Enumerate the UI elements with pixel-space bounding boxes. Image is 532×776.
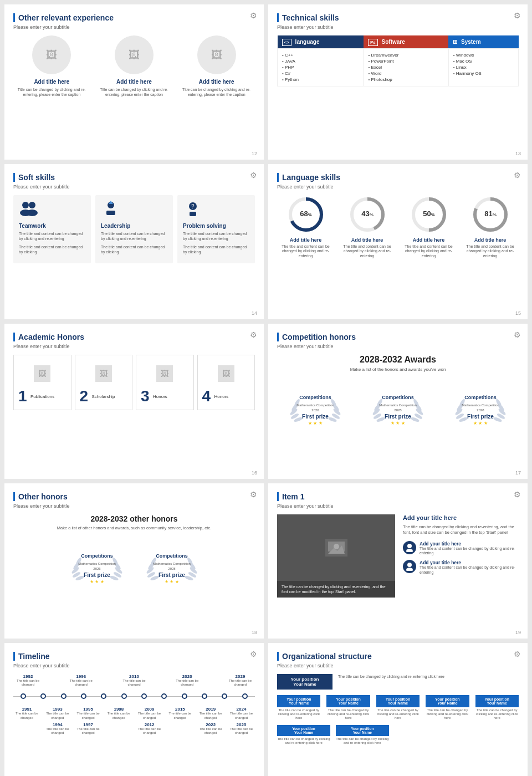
svg-text:★ ★ ★: ★ ★ ★ bbox=[473, 421, 487, 426]
tl-top-1: 1992 The title can be changed bbox=[16, 674, 40, 687]
tl-bot-7: 2019 The title can be changed 2022 The t… bbox=[198, 707, 223, 735]
honor-item-2: 🖼 2 Scholarship bbox=[75, 355, 133, 410]
experience-grid: 🖼 Add title here Title can be changed by… bbox=[13, 35, 255, 97]
lang-title-1[interactable]: Add title here bbox=[277, 237, 334, 243]
tl-bot-8: 2024 The title can be changed 2025 The t… bbox=[229, 707, 254, 735]
slide-title: Language skills bbox=[282, 173, 340, 182]
slide-number: 12 bbox=[252, 151, 257, 156]
slide-title: Soft skills bbox=[18, 173, 55, 182]
svg-text:First prize: First prize bbox=[467, 413, 494, 420]
language-circles: 68% Add title here The title and content… bbox=[277, 195, 519, 258]
tl-year: 2010 bbox=[122, 674, 147, 679]
slide-subtitle: Please enter your subtitle bbox=[13, 503, 255, 509]
gear-icon[interactable]: ⚙ bbox=[250, 11, 257, 20]
soft-skill-title[interactable]: Teamwork bbox=[19, 223, 85, 229]
svg-text:First prize: First prize bbox=[158, 572, 185, 578]
other-award-1: Competitions Mathematics Competition 202… bbox=[62, 538, 131, 588]
soft-skill-text2: The title and content can be changed by … bbox=[101, 244, 167, 254]
bot-desc-2: The title can be changed by clicking and… bbox=[336, 737, 389, 745]
gear-icon[interactable]: ⚙ bbox=[514, 490, 521, 499]
slide-header: Other honors bbox=[13, 492, 255, 501]
tl-bot-3: 1995 The title can be changed 1997 The t… bbox=[76, 707, 101, 735]
tl-year: 1993 bbox=[45, 707, 70, 712]
slide-header: Other relevant experience bbox=[13, 13, 255, 22]
image-placeholder-1: 🖼 bbox=[32, 35, 71, 74]
svg-text:First prize: First prize bbox=[84, 572, 110, 578]
mid-pos-3: Your position bbox=[381, 697, 415, 701]
awards-title: 2028-2032 Awards bbox=[277, 355, 519, 365]
gear-icon[interactable]: ⚙ bbox=[250, 171, 257, 180]
sub-title-2[interactable]: Add your title here bbox=[420, 560, 516, 565]
lang-item-3: 50% Add title here The title and content… bbox=[400, 195, 457, 258]
tl-year: 2022 bbox=[198, 722, 223, 727]
lang-title-4[interactable]: Add title here bbox=[462, 237, 519, 243]
soft-skill-title[interactable]: Problem solving bbox=[183, 223, 249, 229]
dot-2 bbox=[40, 693, 46, 699]
slide-header: Competition honors bbox=[277, 333, 519, 341]
exp-title-1[interactable]: Add title here bbox=[13, 79, 90, 85]
honor-num-3: 3 bbox=[141, 387, 150, 405]
list-item: Word bbox=[368, 70, 443, 76]
tl-year: 2024 bbox=[229, 707, 254, 712]
sub-title-1[interactable]: Add your title here bbox=[420, 541, 516, 547]
svg-point-0 bbox=[22, 202, 29, 208]
slide-title: Technical skills bbox=[282, 13, 339, 22]
tl-text: The title can be changed bbox=[122, 679, 147, 687]
slide-number: 19 bbox=[515, 630, 521, 635]
timeline-top-items: 1992 The title can be changed 1996 The t… bbox=[13, 674, 255, 687]
exp-title-2[interactable]: Add title here bbox=[96, 79, 173, 85]
progress-circle-4: 81% bbox=[471, 195, 510, 234]
slide-other-honors: Other honors Please enter your subtitle … bbox=[4, 483, 264, 639]
header-accent bbox=[277, 333, 279, 341]
org-top-desc: The title can be changed by clicking and… bbox=[338, 674, 519, 679]
tl-year: 1996 bbox=[69, 674, 94, 679]
exp-title-3[interactable]: Add title here bbox=[178, 79, 255, 85]
org-bottom-row: Your position Your Name The title can be… bbox=[277, 725, 519, 745]
gear-icon[interactable]: ⚙ bbox=[250, 490, 257, 499]
slide-number: 13 bbox=[515, 151, 521, 156]
lang-title-2[interactable]: Add title here bbox=[339, 237, 396, 243]
gear-icon[interactable]: ⚙ bbox=[250, 650, 257, 658]
slide-header: Timeline bbox=[13, 652, 255, 661]
svg-text:First prize: First prize bbox=[302, 413, 329, 420]
gear-icon[interactable]: ⚙ bbox=[514, 330, 521, 339]
gear-icon[interactable]: ⚙ bbox=[514, 11, 521, 20]
item1-main-text: The title can be changed by clicking and… bbox=[403, 524, 516, 535]
tl-bot-5: 2009 The title can be changed 2012 The t… bbox=[137, 707, 162, 735]
lang-title-3[interactable]: Add title here bbox=[400, 237, 457, 243]
svg-text:2028: 2028 bbox=[477, 409, 484, 412]
svg-text:Mathematics Competition: Mathematics Competition bbox=[379, 404, 417, 407]
award-1: Competitions Mathematics Competition 202… bbox=[277, 380, 354, 429]
mid-name-1: Your Name bbox=[282, 701, 316, 705]
slide-title: Other honors bbox=[18, 492, 68, 501]
other-honors-sub: Make a list of other honors and awards, … bbox=[13, 525, 255, 530]
slide-subtitle: Please enter your subtitle bbox=[277, 503, 519, 509]
progress-circle-1: 68% bbox=[287, 195, 325, 234]
gear-icon[interactable]: ⚙ bbox=[250, 330, 257, 339]
soft-skills-grid: Teamwork The title and content can be ch… bbox=[13, 195, 255, 263]
other-award-2: Competitions Mathematics Competition 202… bbox=[137, 538, 206, 588]
image-placeholder-3: 🖼 bbox=[197, 35, 236, 74]
item1-main-title[interactable]: Add your title here bbox=[403, 514, 516, 521]
slide-header: Academic Honors bbox=[13, 333, 255, 341]
soft-skill-problem-solving: ? Problem solving The title and content … bbox=[177, 195, 255, 263]
svg-text:43%: 43% bbox=[361, 210, 374, 218]
header-accent bbox=[277, 492, 279, 501]
tl-top-5: 2029 The title can be changed bbox=[228, 674, 253, 687]
tl-top-2: 1996 The title can be changed bbox=[69, 674, 94, 687]
soft-skill-title[interactable]: Leadership bbox=[101, 223, 167, 229]
tl-text: The title can be changed bbox=[69, 679, 94, 687]
mid-desc-2: The title can be changed by clicking and… bbox=[326, 708, 370, 721]
svg-point-102 bbox=[406, 549, 413, 552]
tl-bot-2: 1993 The title can be changed 1994 The t… bbox=[45, 707, 70, 735]
lang-cell: C++ JAVA PHP C# Python bbox=[278, 49, 364, 86]
bot-pos-1: Your position bbox=[280, 727, 327, 731]
slide-subtitle: Please enter your subtitle bbox=[277, 24, 519, 30]
soft-skill-text: The title and content can be changed by … bbox=[183, 231, 249, 241]
tech-table: <> language Ps Software ⊞ System C++ JAV… bbox=[277, 35, 519, 86]
honor-placeholder-1: 🖼 bbox=[34, 365, 50, 382]
list-item: PowerPoint bbox=[368, 58, 443, 64]
gear-icon[interactable]: ⚙ bbox=[514, 171, 521, 180]
tl-text: The title can be changed bbox=[45, 727, 70, 735]
gear-icon[interactable]: ⚙ bbox=[514, 650, 521, 658]
